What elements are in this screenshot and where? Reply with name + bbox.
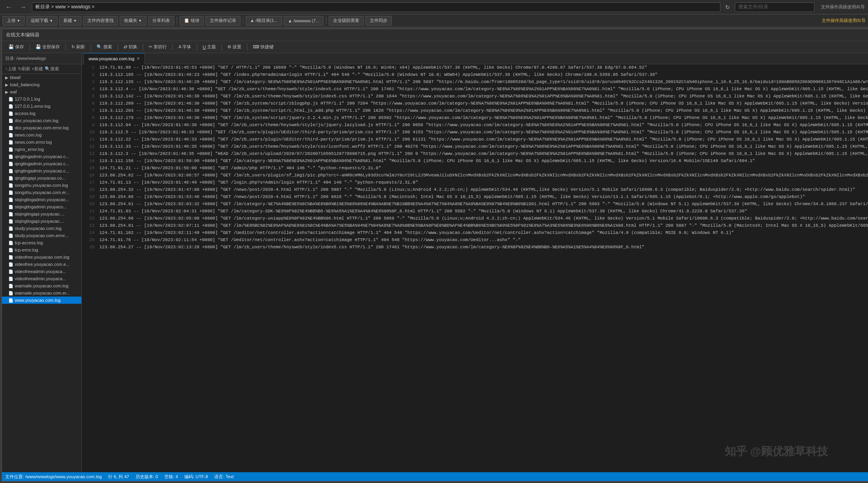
toolbar-separator-3 xyxy=(326,17,326,25)
file-action-link[interactable]: 文件操作高级使用向导 xyxy=(821,4,865,10)
tree-item-songshu[interactable]: 📄 songshu.youyacao.com.log xyxy=(2,182,81,189)
back-button[interactable]: ← xyxy=(3,3,14,12)
file-sync-button[interactable]: 文件同步 xyxy=(365,16,392,26)
file-icon: 📄 xyxy=(8,212,13,216)
ed-sep-1 xyxy=(30,44,30,50)
cut-line-button[interactable]: ✂ 剪切行 xyxy=(146,43,170,51)
tree-item-label: nginx_error.log xyxy=(15,147,44,152)
root-dir-button[interactable]: ▲ /根目录(1... xyxy=(246,16,282,26)
file-icon: 📄 xyxy=(8,269,13,274)
tree-item-btwaf[interactable]: ▶ btwaf xyxy=(2,74,81,81)
search-box[interactable]: 搜索文件/目录 xyxy=(735,2,815,12)
directory-label: 目录: /www/wwwlogs xyxy=(5,56,46,61)
line-number: 2 xyxy=(83,71,95,79)
tree-item-127001errorlog[interactable]: 📄 127.0.0.1.error.log xyxy=(2,103,81,110)
tree-new-button[interactable]: +新建 xyxy=(32,66,43,72)
forward-button[interactable]: → xyxy=(18,3,29,12)
tree-item-load-balancing[interactable]: ▶ load_balancing xyxy=(2,81,81,88)
tree-item-songshu-error[interactable]: 📄 songshu.youyacao.com.er... xyxy=(2,189,81,196)
tree-item-stqingtingapi1[interactable]: 📄 stqingtingapi.youyacao.... xyxy=(2,210,81,218)
line-text: 124.71.91.13 -- [19/Nov/2023:01:46:49 +0… xyxy=(99,179,868,186)
tree-item-qingtingapi[interactable]: 📄 qingtingapi.youyacao.co... xyxy=(2,174,81,182)
tree-item-videofreeadmin1[interactable]: 📄 videofreeadmin.youyaca... xyxy=(2,268,81,275)
ed-sep-9 xyxy=(247,44,247,50)
tree-item-127001log[interactable]: 📄 127.0.0.1.log xyxy=(2,95,81,103)
line-text: 119.3.112.4 -- [19/Nov/2023:01:46:30 +08… xyxy=(99,86,868,93)
tree-item-videofree[interactable]: 📄 videofree.youyacao.com.log xyxy=(2,253,81,261)
tree-item-label: 127.0.0.1.error.log xyxy=(15,104,50,109)
theme-button[interactable]: U 主题 xyxy=(199,43,219,51)
tree-item-label: waimaile.youyacao.com.er... xyxy=(15,291,70,295)
ed-sep-2 xyxy=(65,44,66,50)
upload-button[interactable]: 上传 ▼ xyxy=(2,16,25,26)
line-text: 119.3.112.156 -- [19/Nov/2023:01:50:00 +… xyxy=(99,158,868,165)
tree-item-www-youyacao[interactable]: 📄 www.youyacao.com.log xyxy=(2,297,81,304)
tree-item-newscomErrorLog[interactable]: 📄 news.com.error.log xyxy=(2,139,81,146)
security-button[interactable]: 企业级防黑客 xyxy=(329,16,364,26)
refresh-editor-button[interactable]: ↻ 刷新 xyxy=(68,43,88,51)
file-icon: 📄 xyxy=(8,234,13,238)
tree-item-qingtingadmin2[interactable]: 📄 qingtingadmin.youyacao.c... xyxy=(2,160,81,167)
tree-item-label: doc.youyacao.com.log xyxy=(15,118,58,123)
address-bar[interactable]: 帐目录 > www > wwwlogs > xyxy=(32,2,720,12)
font-button[interactable]: A 字体 xyxy=(175,43,194,51)
tree-item-docerrorlog[interactable]: 📄 doc.youyacao.com.error.log xyxy=(2,124,81,131)
tree-item-tcp-access[interactable]: 📄 tcp-access.log xyxy=(2,239,81,246)
save-button[interactable]: 💾 保存 xyxy=(5,43,27,51)
log-line: 2119.3.112.105 -- [19/Nov/2023:01:46:23 … xyxy=(82,71,868,79)
tree-item-qingtingadmin3[interactable]: 📄 qingtingadmin.youyacao.c... xyxy=(2,167,81,174)
tree-item-stqingting2[interactable]: 📄 stqingtingadmin.youyaco... xyxy=(2,203,81,210)
tree-item-study-error[interactable]: 📄 study.youyacao.com.error... xyxy=(2,232,81,239)
tree-item-label: tcp-access.log xyxy=(15,240,43,245)
log-line: 3119.3.112.135 -- [19/Nov/2023:01:46:29 … xyxy=(82,79,868,86)
favorites-button[interactable]: 收藏夹 ▼ xyxy=(120,16,146,26)
tree-item-accesslog[interactable]: 📄 access.log xyxy=(2,110,81,117)
tab-close-button[interactable]: × xyxy=(137,56,140,61)
tree-item-tcp-error[interactable]: 📄 tcp-error.log xyxy=(2,246,81,253)
new-button[interactable]: 新建 ▼ xyxy=(59,16,81,26)
tree-item-waimaile-error[interactable]: 📄 waimaile.youyacao.com.er... xyxy=(2,289,81,297)
file-icon: 📄 xyxy=(8,176,13,180)
tree-item-stqingtingapi2[interactable]: 📄 stqingtingapi.youyacao.... xyxy=(2,218,81,225)
remote-download-button[interactable]: 远程下载 ▼ xyxy=(26,16,57,26)
tree-item-waimaile[interactable]: 📄 waimaile.youyacao.com.log xyxy=(2,282,81,289)
file-icon: 📄 xyxy=(8,219,13,224)
tree-up-button[interactable]: ↑上级 xyxy=(5,66,16,72)
tab-www-youyacao[interactable]: www.youyacao.com.log × xyxy=(83,53,145,64)
tree-item-label: btwaf xyxy=(10,75,20,80)
folder-icon: ▶ xyxy=(5,83,8,87)
line-text: 123.60.254.62 -- [19/Nov/2023:02:06:57 +… xyxy=(99,172,868,179)
log-content[interactable]: 1124.71.91.99 -- [19/Nov/2023:01:45:53 +… xyxy=(82,64,868,472)
tree-item-videofree-error[interactable]: 📄 videofree.youyacao.com.e... xyxy=(2,261,81,268)
share-list-button[interactable]: 分享列表 xyxy=(148,16,174,26)
www-dir-button[interactable]: ▲ /wwwww (7... xyxy=(284,16,324,26)
line-number: 1 xyxy=(83,64,95,71)
log-line: 19123.60.254.86 -- [19/Nov/2023:01:53:46… xyxy=(82,194,868,201)
file-search-button[interactable]: 文件内容查找 xyxy=(83,16,118,26)
search-editor-button[interactable]: 🔍 搜索 xyxy=(93,43,115,51)
continue-upload-button[interactable]: 📋 续传 xyxy=(180,16,204,26)
file-ops-log-button[interactable]: 文件操作记录 xyxy=(205,16,241,26)
main-content: 在线文本编辑器 ─ □ × 💾 保存 💾 全部保存 ↻ 刷新 🔍 搜索 ⇄ 切换… xyxy=(0,27,868,483)
tree-item-qingtingadmin1[interactable]: 📄 qingtingadmin.youyacao.c... xyxy=(2,153,81,160)
tree-item-newscomlog[interactable]: 📄 news.com.log xyxy=(2,131,81,139)
tree-item-videofreeadmin2[interactable]: 📄 videofreeadmin.youyaca... xyxy=(2,275,81,282)
refresh-button[interactable]: ↻ xyxy=(724,3,732,11)
save-all-button[interactable]: 💾 全部保存 xyxy=(32,43,63,51)
line-text: 124.71.91.102 -- [19/Nov/2023:02:11:49 +… xyxy=(99,230,868,237)
tree-item-doclog[interactable]: 📄 doc.youyacao.com.log xyxy=(2,117,81,124)
line-text: 123.60.254.32 -- [19/Nov/2023:01:47:08 +… xyxy=(99,186,868,194)
tree-item-study[interactable]: 📄 study.youyacao.com.log xyxy=(2,225,81,232)
line-text: 119.3.112.135 -- [19/Nov/2023:01:46:29 +… xyxy=(99,79,868,86)
tree-item-stqingting1[interactable]: 📄 stqingtingadmin.youyacao... xyxy=(2,196,81,203)
tree-item-nginxerrorlog[interactable]: 📄 nginx_error.log xyxy=(2,146,81,153)
tree-search-button[interactable]: 🔍搜索 xyxy=(45,66,59,72)
file-action-toolbar-link[interactable]: 文件操作高级使用向导 xyxy=(822,18,866,24)
tree-item-waf[interactable]: ▶ waf xyxy=(2,88,81,95)
file-icon: 📄 xyxy=(8,183,13,188)
shortcuts-button[interactable]: ⌨ 快捷键 xyxy=(250,43,277,51)
replace-button[interactable]: ⇄ 切换 xyxy=(120,43,140,51)
status-bar: 文件位置: /www/wwwlogs/www.youyacao.com.log … xyxy=(2,472,868,481)
tree-refresh-button[interactable]: ↻刷新 xyxy=(18,66,30,72)
settings-button[interactable]: ⚙ 设置 xyxy=(224,43,245,51)
